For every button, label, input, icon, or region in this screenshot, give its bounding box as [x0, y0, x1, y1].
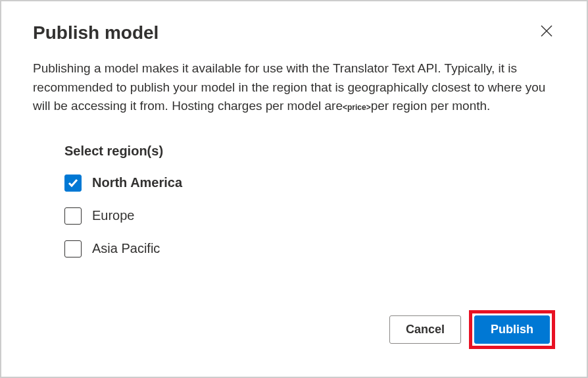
- dialog-title: Publish model: [33, 22, 159, 43]
- close-button[interactable]: [538, 22, 555, 41]
- checkbox-north-america[interactable]: [64, 175, 82, 192]
- close-icon: [541, 25, 552, 37]
- publish-button[interactable]: Publish: [474, 315, 550, 344]
- region-option-asia-pacific[interactable]: Asia Pacific: [64, 240, 555, 257]
- checkbox-asia-pacific[interactable]: [64, 240, 82, 257]
- price-placeholder: <price>: [343, 103, 371, 112]
- region-section-label: Select region(s): [64, 144, 555, 159]
- dialog-button-row: Cancel Publish: [389, 310, 555, 349]
- region-section: Select region(s) North America Europe As…: [64, 144, 555, 257]
- cancel-button[interactable]: Cancel: [389, 315, 461, 344]
- checkbox-europe[interactable]: [64, 207, 82, 225]
- checkmark-icon: [67, 177, 79, 189]
- region-label-asia-pacific: Asia Pacific: [92, 241, 160, 256]
- publish-highlight: Publish: [469, 310, 555, 349]
- description-text-2: per region per month.: [371, 99, 491, 113]
- dialog-description: Publishing a model makes it available fo…: [33, 59, 555, 116]
- publish-model-dialog: Publish model Publishing a model makes i…: [1, 1, 587, 377]
- region-label-north-america: North America: [92, 175, 182, 190]
- region-option-north-america[interactable]: North America: [64, 175, 555, 192]
- region-label-europe: Europe: [92, 208, 135, 223]
- region-option-europe[interactable]: Europe: [64, 207, 555, 225]
- dialog-header: Publish model: [33, 22, 555, 43]
